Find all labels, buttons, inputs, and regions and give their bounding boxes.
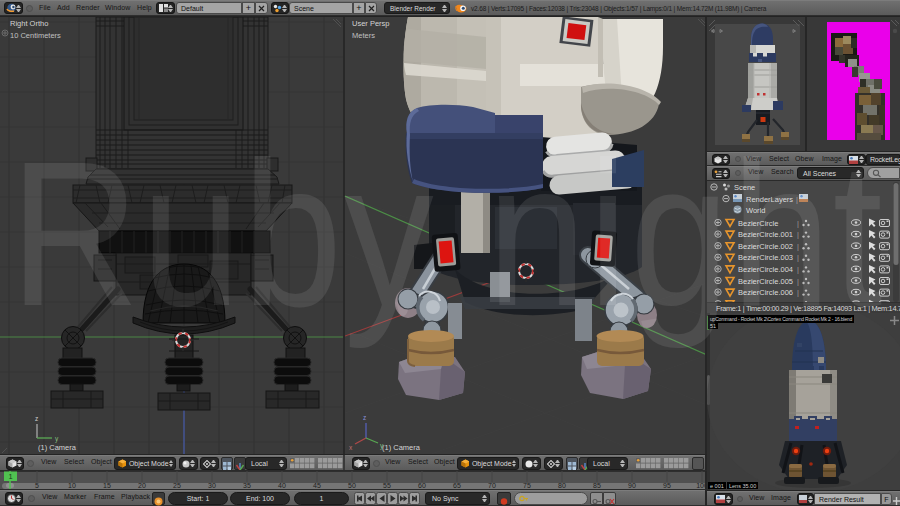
svg-text:35: 35 — [243, 482, 251, 489]
svg-text:90: 90 — [628, 482, 636, 489]
svg-text:|: | — [797, 242, 799, 251]
svg-text:Scene: Scene — [734, 183, 755, 192]
svg-text:|: | — [797, 219, 799, 228]
svg-text:65: 65 — [453, 482, 461, 489]
svg-text:z: z — [35, 415, 38, 422]
svg-text:80: 80 — [558, 482, 566, 489]
svg-text:25: 25 — [173, 482, 181, 489]
svg-text:5: 5 — [35, 482, 39, 489]
svg-text:|: | — [796, 195, 798, 204]
svg-text:55: 55 — [383, 482, 391, 489]
svg-text:10: 10 — [68, 482, 76, 489]
svg-text:30: 30 — [208, 482, 216, 489]
svg-text:15: 15 — [103, 482, 111, 489]
svg-text:BezierCircle.004: BezierCircle.004 — [738, 265, 793, 274]
svg-text:z: z — [363, 414, 366, 421]
svg-text:95: 95 — [663, 482, 671, 489]
svg-text:BezierCircle.002: BezierCircle.002 — [738, 242, 793, 251]
svg-text:BezierCircle: BezierCircle — [738, 219, 778, 228]
svg-text:20: 20 — [138, 482, 146, 489]
svg-text:|: | — [797, 253, 799, 262]
svg-text:70: 70 — [488, 482, 496, 489]
svg-text:World: World — [746, 206, 765, 215]
svg-text:60: 60 — [418, 482, 426, 489]
svg-text:RenderLayers: RenderLayers — [746, 195, 793, 204]
svg-text:50: 50 — [348, 482, 356, 489]
svg-text:|: | — [797, 230, 799, 239]
svg-text:1: 1 — [8, 472, 12, 481]
svg-text:75: 75 — [523, 482, 531, 489]
svg-text:|: | — [797, 265, 799, 274]
svg-text:BezierCircle.003: BezierCircle.003 — [738, 253, 793, 262]
svg-text:|: | — [797, 277, 799, 286]
svg-text:BezierCircle.006: BezierCircle.006 — [738, 288, 793, 297]
svg-text:BezierCircle.005: BezierCircle.005 — [738, 277, 793, 286]
svg-text:40: 40 — [278, 482, 286, 489]
svg-text:85: 85 — [593, 482, 601, 489]
svg-text:|: | — [797, 288, 799, 297]
svg-text:45: 45 — [313, 482, 321, 489]
svg-text:BezierCircle.001: BezierCircle.001 — [738, 230, 793, 239]
